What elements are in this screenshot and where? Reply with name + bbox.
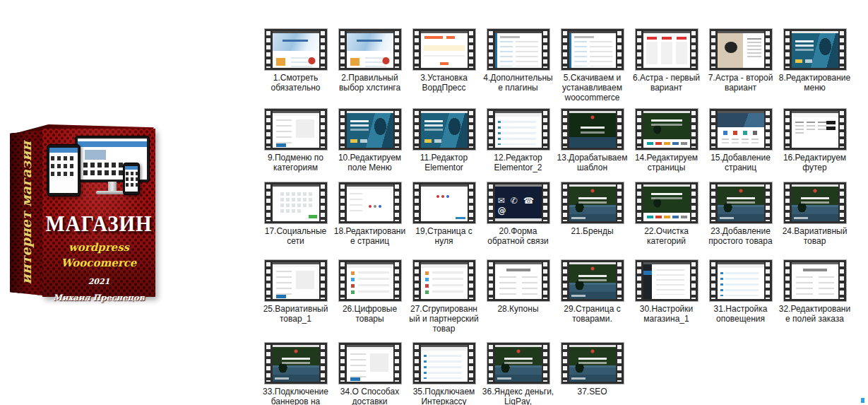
film-sprockets-right (319, 343, 327, 384)
video-file-item[interactable]: 15.Добавление страниц (703, 108, 778, 172)
video-thumb-fishing-hero (569, 345, 616, 382)
film-strip-thumbnail (338, 259, 402, 302)
film-sprockets-right (690, 260, 698, 301)
video-file-item[interactable]: 36.Яндекс деньги, LiqPay, (481, 342, 555, 405)
video-file-name: 27.Сгрупированный и партнерский товар (408, 304, 480, 334)
video-thumb-admin-form (273, 262, 319, 299)
video-file-name: 21.Бренды (557, 226, 629, 236)
video-row: 17.Социальные сети18.Редактирование стра… (258, 182, 852, 246)
video-file-item[interactable]: 7.Астра - второй вариант (703, 28, 778, 102)
film-strip-thumbnail (561, 182, 624, 224)
video-file-item[interactable]: 1.Смотреть обязательно (258, 28, 333, 102)
film-strip-thumbnail (783, 108, 847, 151)
film-sprockets-right (690, 29, 698, 70)
film-sprockets-left (413, 260, 421, 301)
film-sprockets-left (710, 109, 718, 150)
film-strip-thumbnail (783, 182, 847, 224)
video-file-item[interactable]: 16.Редактируем футер (778, 108, 852, 172)
video-thumb-checkout-page (792, 262, 838, 299)
video-file-item[interactable]: 4.Дополнительные плагины (481, 28, 555, 102)
video-file-item[interactable]: 18.Редактирование страниц (333, 182, 407, 246)
video-file-item[interactable]: 27.Сгрупированный и партнерский товар (407, 259, 481, 334)
video-file-item[interactable]: 34.О Способах доставки (333, 342, 407, 405)
film-strip-thumbnail (709, 108, 773, 151)
video-file-item[interactable]: 24.Вариативный товар (778, 182, 852, 246)
video-file-item[interactable]: 21.Бренды (555, 182, 629, 246)
video-file-item[interactable]: 25.Вариативный товар_1 (258, 259, 333, 334)
film-sprockets-left (339, 109, 347, 150)
film-sprockets-left (265, 29, 273, 70)
video-file-item[interactable]: 31.Настройка оповещения (703, 259, 778, 334)
video-file-item[interactable]: 33.Подключение баннеров на (258, 342, 333, 405)
film-sprockets-right (690, 109, 698, 150)
film-sprockets-left (487, 343, 495, 384)
video-file-item[interactable]: 3.Установка ВордПресс (407, 28, 481, 102)
video-thumb-blue-header-icons (718, 111, 764, 148)
video-file-item[interactable]: 14.Редактируем страницы (629, 108, 703, 172)
video-file-item[interactable]: 23.Добавление простого товара (703, 182, 778, 246)
video-file-item[interactable]: 11.Редактор Elementor (407, 108, 481, 172)
film-sprockets-left (710, 182, 718, 223)
film-sprockets-right (616, 343, 624, 384)
film-sprockets-left (561, 109, 569, 150)
film-strip-thumbnail (487, 28, 550, 71)
video-file-item[interactable]: 29.Страница с товарами. (555, 259, 629, 334)
video-file-item[interactable]: 35.Подключаем Интеркассу (407, 342, 481, 405)
video-file-name: 34.О Способах доставки (334, 387, 406, 405)
film-sprockets-right (690, 182, 698, 223)
video-file-name: 17.Социальные сети (260, 226, 332, 246)
video-file-item[interactable]: 19,Страница с нуля (407, 182, 481, 246)
video-file-item[interactable]: 13.Дорабатываем шаблон (555, 108, 629, 172)
video-file-item[interactable]: 28.Купоны (481, 259, 555, 334)
video-file-item[interactable]: 37.SEO (555, 342, 629, 405)
video-file-item[interactable]: 26.Цифровые товары (333, 259, 407, 334)
video-file-item[interactable]: 5.Скачиваем и устанавливаем woocommerce (555, 28, 629, 102)
film-strip-thumbnail (709, 28, 773, 71)
video-thumb-fishing-banner (643, 184, 690, 221)
video-row: 25.Вариативный товар_126.Цифровые товары… (258, 259, 852, 334)
film-sprockets-right (393, 260, 401, 301)
video-file-name: 13.Дорабатываем шаблон (557, 153, 629, 172)
film-sprockets-right (616, 182, 624, 223)
film-strip-thumbnail (338, 182, 402, 224)
film-sprockets-left (265, 260, 273, 301)
video-thumb-storefront-site (273, 31, 319, 68)
video-file-name: 24.Вариативный товар (779, 226, 851, 246)
video-file-item[interactable]: 20.Форма обратной связи (481, 182, 555, 246)
video-thumb-fishing-hero (273, 345, 319, 382)
film-strip-thumbnail (487, 108, 550, 151)
video-file-item[interactable]: 2.Правильный выбор хлстинга (333, 28, 407, 102)
video-thumb-hero-woman-teal (421, 111, 468, 148)
video-file-item[interactable]: 22.Очистка категорий (629, 182, 703, 246)
film-strip-thumbnail (487, 259, 550, 302)
video-file-item[interactable]: 17.Социальные сети (258, 182, 333, 246)
film-sprockets-right (764, 109, 772, 150)
film-sprockets-left (636, 29, 643, 70)
video-file-item[interactable]: 9.Подменю по категориям (258, 108, 333, 172)
video-file-item[interactable]: 30.Настройки магазина_1 (629, 259, 703, 334)
video-file-item[interactable]: 8.Редактирование меню (778, 28, 852, 102)
film-sprockets-right (764, 182, 772, 223)
film-strip-thumbnail (412, 259, 476, 302)
video-file-name: 1.Смотреть обязательно (260, 73, 332, 93)
film-sprockets-right (393, 109, 401, 150)
film-sprockets-right (542, 343, 549, 384)
video-thumb-fishing-hero (569, 262, 616, 299)
video-file-item[interactable]: 10.Редактируем поле Меню (333, 108, 407, 172)
film-strip-thumbnail (561, 28, 624, 71)
film-sprockets-right (838, 109, 846, 150)
video-thumb-icons-grid (273, 184, 319, 221)
film-sprockets-right (764, 260, 772, 301)
film-strip-thumbnail (412, 108, 476, 151)
video-row: 1.Смотреть обязательно2.Правильный выбор… (258, 28, 852, 102)
video-file-item[interactable]: 6.Астра - первый вариант (629, 28, 703, 102)
film-strip-thumbnail (264, 342, 328, 385)
film-sprockets-left (561, 29, 569, 70)
video-file-item[interactable]: 32.Редактирование полей заказа (778, 259, 852, 334)
video-file-name: 10.Редактируем поле Меню (334, 153, 406, 172)
video-thumb-admin-form (347, 345, 393, 382)
film-sprockets-right (542, 109, 549, 150)
film-sprockets-right (838, 260, 846, 301)
video-thumb-products-table (347, 262, 393, 299)
video-file-item[interactable]: 12.Редактор Elementor_2 (481, 108, 555, 172)
